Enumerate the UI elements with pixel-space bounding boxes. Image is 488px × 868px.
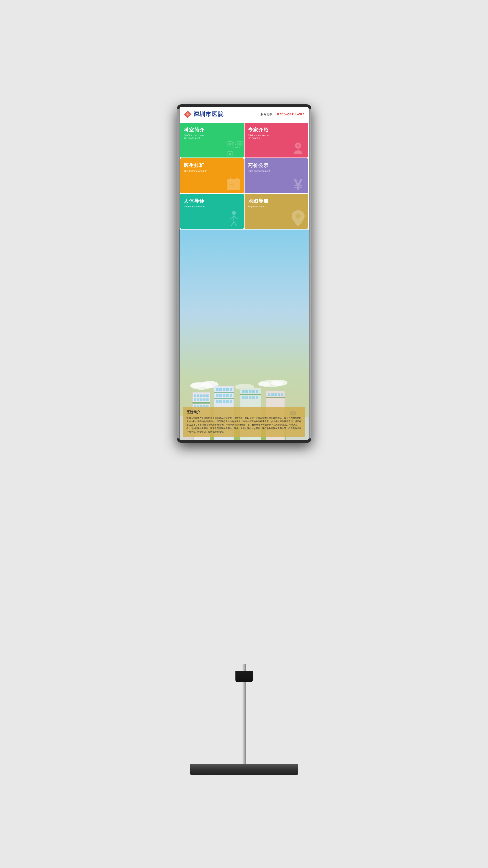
info-overlay: 医院简介 深圳市友加软件有限公司位于深圳建设市宝安区，公司拥有一批以企业行业资深… [183,407,305,437]
svg-rect-77 [223,400,225,403]
svg-rect-27 [234,184,236,185]
svg-rect-81 [242,390,245,393]
svg-rect-16 [237,147,238,148]
svg-line-34 [231,221,234,226]
svg-rect-25 [229,184,230,185]
logo-area: ✦ 深圳市医院 [184,111,224,118]
menu-card-doctor-schedule[interactable]: 医生排班 The doctor's schedule [181,158,244,193]
menu-card-dept-intro[interactable]: 科室简介 Brief introduction ofthe department [181,123,244,157]
stand-base [190,764,298,775]
svg-rect-66 [226,388,229,391]
svg-point-41 [271,380,288,386]
menu-card-body-guide[interactable]: 人体导诊 Human Body Guide [181,194,244,229]
svg-rect-63 [216,388,219,391]
svg-rect-75 [216,400,219,403]
svg-rect-52 [197,399,199,401]
hospital-logo-icon: ✦ [184,111,192,118]
kiosk-unit: ✦ 深圳市医院 服务热线： 0755-23196207 科室简介 Brief i… [147,87,341,781]
svg-rect-71 [223,394,225,397]
svg-rect-55 [206,399,208,401]
svg-rect-95 [274,394,277,396]
info-section: 限速 30 医院简介 深圳市友加软件有限公司位于深圳建设市宝安区，公司拥有一批以… [180,229,309,440]
menu-card-map-nav[interactable]: 地图导航 Map Navigation [245,194,308,229]
svg-rect-13 [233,147,234,148]
svg-rect-46 [194,395,196,397]
svg-rect-6 [239,143,241,145]
svg-rect-87 [242,396,245,399]
menu-grid: 科室简介 Brief introduction ofthe department [180,122,309,229]
svg-rect-26 [231,184,233,185]
card-title-en-4: Price announcement [248,169,304,172]
svg-rect-96 [278,394,280,396]
svg-rect-10 [235,142,236,143]
svg-rect-90 [252,396,255,399]
svg-point-36 [295,214,301,219]
hotline-area: 服务热线： 0755-23196207 [260,112,304,117]
svg-rect-98 [266,397,285,398]
svg-rect-91 [256,396,258,399]
yuan-icon: ¥ [289,175,307,193]
svg-rect-88 [246,396,248,399]
qr-icon [227,141,242,156]
svg-rect-49 [203,395,205,397]
svg-rect-21 [227,179,240,183]
screen-housing: ✦ 深圳市医院 服务热线： 0755-23196207 科室简介 Brief i… [177,104,311,443]
human-body-icon [225,210,242,227]
svg-rect-74 [214,398,234,399]
svg-line-35 [234,221,236,226]
info-text: 深圳市友加软件有限公司位于深圳建设市宝安区，公司拥有一批以企业行业资深技术人员组… [187,416,302,434]
stand-connector [235,671,253,682]
svg-rect-48 [200,395,202,397]
svg-rect-50 [206,395,208,397]
svg-line-32 [230,216,234,219]
svg-rect-69 [216,394,219,397]
svg-rect-73 [230,394,232,397]
svg-rect-65 [223,388,225,391]
svg-rect-14 [235,147,236,148]
card-title-en-3: The doctor's schedule [184,169,240,172]
svg-rect-9 [233,142,234,143]
svg-rect-28 [236,184,238,185]
svg-rect-82 [246,390,248,393]
card-title-en-5: Human Body Guide [184,205,240,208]
svg-rect-68 [214,392,234,393]
svg-rect-51 [194,399,196,401]
hospital-name: 深圳市医院 [193,111,224,118]
header: ✦ 深圳市医院 服务热线： 0755-23196207 [180,107,309,122]
card-title-cn-1: 科室简介 [184,127,240,133]
card-title-cn-6: 地图导航 [248,198,304,204]
menu-card-expert-intro[interactable]: 专家介绍 Brief Introduction tothe experts [245,123,308,157]
svg-rect-15 [236,147,237,148]
svg-rect-54 [203,399,205,401]
svg-rect-72 [226,394,229,397]
building-background: 限速 30 医院简介 深圳市友加软件有限公司位于深圳建设市宝安区，公司拥有一批以… [180,229,309,440]
svg-rect-79 [230,400,232,403]
hotline-label: 服务热线： [260,113,275,116]
svg-rect-4 [229,143,231,145]
card-title-en-2: Brief Introduction tothe experts [248,134,304,139]
hotline-number: 0755-23196207 [277,112,304,117]
svg-text:✦: ✦ [187,113,189,116]
svg-rect-12 [235,144,236,145]
card-title-cn-3: 医生排班 [184,162,240,169]
svg-rect-47 [197,395,199,397]
map-pin-icon [289,209,307,229]
svg-point-39 [190,383,203,388]
svg-rect-17 [239,147,239,148]
svg-rect-56 [193,402,210,404]
svg-rect-85 [256,390,258,393]
svg-rect-8 [229,153,231,155]
screen: ✦ 深圳市医院 服务热线： 0755-23196207 科室简介 Brief i… [180,107,309,440]
svg-rect-83 [249,390,252,393]
svg-rect-19 [297,144,300,147]
menu-card-drug-price[interactable]: 药价公示 Price announcement ¥ [245,158,308,193]
svg-rect-11 [233,143,234,144]
svg-rect-97 [281,394,283,396]
svg-rect-94 [271,394,273,396]
svg-rect-67 [230,388,232,391]
svg-rect-70 [219,394,222,397]
calendar-icon [226,176,242,192]
card-title-en-1: Brief introduction ofthe department [184,134,240,139]
svg-rect-93 [268,394,270,396]
card-title-en-6: Map Navigation [248,205,304,208]
